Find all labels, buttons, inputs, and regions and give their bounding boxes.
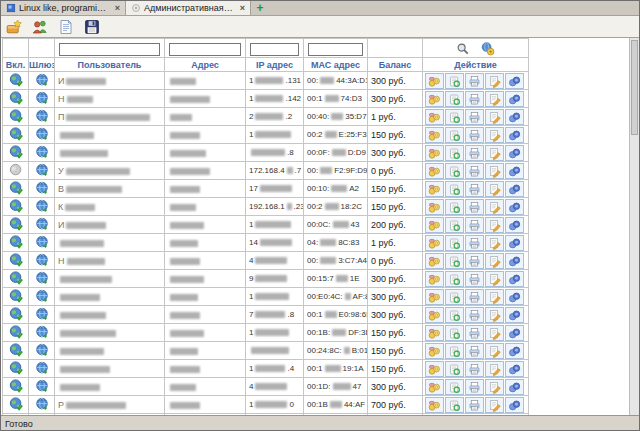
enabled-globe-icon[interactable]	[8, 253, 23, 268]
action-edit-button[interactable]	[485, 343, 504, 359]
action-refresh-button[interactable]	[505, 127, 524, 143]
enabled-globe-icon[interactable]	[8, 343, 23, 358]
action-print-button[interactable]	[465, 307, 484, 323]
action-payments-button[interactable]	[425, 163, 444, 179]
vertical-scrollbar[interactable]	[629, 38, 639, 415]
gateway-globe-icon[interactable]	[34, 217, 49, 232]
action-sessions-button[interactable]	[445, 253, 464, 269]
gateway-globe-icon[interactable]	[34, 289, 49, 304]
enabled-globe-icon[interactable]	[8, 361, 23, 376]
action-refresh-button[interactable]	[505, 91, 524, 107]
action-print-button[interactable]	[465, 379, 484, 395]
action-print-button[interactable]	[465, 343, 484, 359]
action-edit-button[interactable]	[485, 289, 504, 305]
action-print-button[interactable]	[465, 145, 484, 161]
tab-linux[interactable]: Linux like, programing ... ×	[1, 1, 126, 15]
action-sessions-button[interactable]	[445, 217, 464, 233]
action-edit-button[interactable]	[485, 253, 504, 269]
action-payments-button[interactable]	[425, 289, 444, 305]
action-payments-button[interactable]	[425, 325, 444, 341]
gateway-globe-icon[interactable]	[34, 325, 49, 340]
scrollbar-thumb[interactable]	[631, 40, 638, 135]
action-edit-button[interactable]	[485, 415, 504, 416]
action-edit-button[interactable]	[485, 181, 504, 197]
close-tab-icon[interactable]: ×	[115, 3, 120, 13]
action-sessions-button[interactable]	[445, 415, 464, 416]
action-refresh-button[interactable]	[505, 325, 524, 341]
action-sessions-button[interactable]	[445, 343, 464, 359]
action-refresh-button[interactable]	[505, 415, 524, 416]
gateway-globe-icon[interactable]	[34, 73, 49, 88]
action-edit-button[interactable]	[485, 397, 504, 413]
action-sessions-button[interactable]	[445, 127, 464, 143]
action-print-button[interactable]	[465, 289, 484, 305]
action-sessions-button[interactable]	[445, 163, 464, 179]
gateway-globe-icon[interactable]	[34, 397, 49, 412]
action-payments-button[interactable]	[425, 271, 444, 287]
action-sessions-button[interactable]	[445, 91, 464, 107]
enabled-globe-icon[interactable]	[8, 217, 23, 232]
tab-admin-panel[interactable]: Административная п... ×	[126, 1, 251, 15]
enabled-globe-icon[interactable]	[8, 235, 23, 250]
action-refresh-button[interactable]	[505, 181, 524, 197]
action-print-button[interactable]	[465, 271, 484, 287]
search-button[interactable]	[455, 42, 470, 57]
action-print-button[interactable]	[465, 235, 484, 251]
action-print-button[interactable]	[465, 217, 484, 233]
action-payments-button[interactable]	[425, 235, 444, 251]
enabled-globe-icon[interactable]	[8, 397, 23, 412]
gateway-globe-icon[interactable]	[34, 361, 49, 376]
action-edit-button[interactable]	[485, 163, 504, 179]
action-sessions-button[interactable]	[445, 361, 464, 377]
action-payments-button[interactable]	[425, 127, 444, 143]
gateway-globe-icon[interactable]	[34, 109, 49, 124]
action-refresh-button[interactable]	[505, 343, 524, 359]
action-refresh-button[interactable]	[505, 217, 524, 233]
action-payments-button[interactable]	[425, 343, 444, 359]
action-refresh-button[interactable]	[505, 271, 524, 287]
globe-coin-button[interactable]	[481, 42, 496, 57]
enabled-globe-icon[interactable]	[8, 325, 23, 340]
action-refresh-button[interactable]	[505, 379, 524, 395]
header-balance[interactable]: Баланс	[368, 58, 423, 72]
header-user[interactable]: Пользователь	[55, 58, 165, 72]
action-edit-button[interactable]	[485, 271, 504, 287]
action-payments-button[interactable]	[425, 181, 444, 197]
gateway-globe-icon[interactable]	[34, 235, 49, 250]
action-print-button[interactable]	[465, 127, 484, 143]
enabled-globe-icon[interactable]	[8, 127, 23, 142]
gateway-globe-icon[interactable]	[34, 127, 49, 142]
action-print-button[interactable]	[465, 181, 484, 197]
action-payments-button[interactable]	[425, 109, 444, 125]
enabled-globe-icon[interactable]	[8, 199, 23, 214]
action-print-button[interactable]	[465, 325, 484, 341]
action-payments-button[interactable]	[425, 379, 444, 395]
header-ip[interactable]: IP адрес	[246, 58, 304, 72]
action-print-button[interactable]	[465, 91, 484, 107]
mac-filter-input[interactable]	[308, 43, 363, 56]
header-mac[interactable]: МАС адрес	[304, 58, 368, 72]
header-enabled[interactable]: Вкл.	[3, 58, 29, 72]
action-refresh-button[interactable]	[505, 235, 524, 251]
action-print-button[interactable]	[465, 253, 484, 269]
ip-filter-input[interactable]	[250, 43, 299, 56]
enabled-globe-icon[interactable]	[8, 379, 23, 394]
action-sessions-button[interactable]	[445, 199, 464, 215]
action-sessions-button[interactable]	[445, 145, 464, 161]
action-print-button[interactable]	[465, 199, 484, 215]
gateway-globe-icon[interactable]	[34, 163, 49, 178]
gateway-globe-icon[interactable]	[34, 343, 49, 358]
enabled-globe-icon[interactable]	[8, 109, 23, 124]
cashbox-button[interactable]	[4, 17, 23, 36]
action-payments-button[interactable]	[425, 199, 444, 215]
action-print-button[interactable]	[465, 73, 484, 89]
action-edit-button[interactable]	[485, 217, 504, 233]
action-edit-button[interactable]	[485, 199, 504, 215]
new-tab-button[interactable]: +	[251, 1, 269, 15]
action-refresh-button[interactable]	[505, 361, 524, 377]
gateway-globe-icon[interactable]	[34, 181, 49, 196]
action-payments-button[interactable]	[425, 91, 444, 107]
action-edit-button[interactable]	[485, 325, 504, 341]
users-button[interactable]	[30, 17, 49, 36]
action-payments-button[interactable]	[425, 361, 444, 377]
